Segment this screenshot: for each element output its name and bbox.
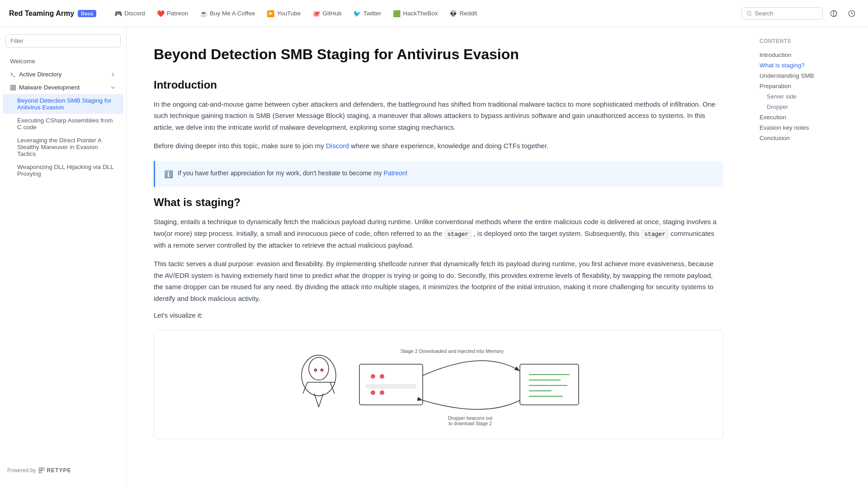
sidebar-item-executing-csharp[interactable]: Executing CSharp Assemblies from C code xyxy=(3,114,123,134)
terminal-icon xyxy=(10,71,16,78)
search-box[interactable] xyxy=(741,7,823,19)
intro-paragraph-1: In the ongoing cat-and-mouse game betwee… xyxy=(154,99,723,133)
sidebar-item-welcome[interactable]: Welcome xyxy=(3,55,123,68)
nav-youtube[interactable]: ▶️YouTube xyxy=(262,8,305,19)
toc-item-conclusion[interactable]: Conclusion xyxy=(760,133,859,143)
main-content: Beyond Detection SMB Staging for Antivir… xyxy=(127,27,750,488)
theme-icon xyxy=(830,10,837,17)
svg-point-0 xyxy=(747,11,751,15)
svg-line-15 xyxy=(303,382,307,394)
svg-rect-26 xyxy=(520,364,579,405)
retype-icon xyxy=(38,467,45,474)
svg-rect-9 xyxy=(42,468,44,470)
beacon-label2: to download Stage 2 xyxy=(448,421,492,426)
sidebar-item-leveraging-direct[interactable]: Leveraging the Direct Pointer A Stealthy… xyxy=(3,134,123,160)
sidebar-filter-input[interactable] xyxy=(5,34,121,47)
staging-paragraph-2: This tactic serves a dual purpose: evasi… xyxy=(154,258,723,304)
nav-github[interactable]: 🐙GitHub xyxy=(308,8,346,19)
toc-item-preparation[interactable]: Preparation xyxy=(760,81,859,91)
brand-name: Red Teaming Army xyxy=(9,9,74,18)
toc-item-evasion-key-notes[interactable]: Evasion key notes xyxy=(760,122,859,133)
svg-rect-5 xyxy=(14,85,15,87)
discord-link[interactable]: Discord xyxy=(326,142,349,150)
nav-discord[interactable]: 🎮Discord xyxy=(110,8,150,19)
info-box: ℹ️ If you have further appreciation for … xyxy=(154,161,723,188)
nav-buy-coffee[interactable]: ☕Buy Me A Coffee xyxy=(195,8,259,19)
section-staging-heading: What is staging? xyxy=(154,196,723,209)
chevron-right-icon xyxy=(110,71,116,78)
sidebar-section-malware-dev[interactable]: Malware Development xyxy=(3,81,123,94)
visualize-text: Let's visualize it: xyxy=(154,311,723,319)
staging-diagram: Stage 2 Downloaded and injected into Mem… xyxy=(280,339,597,430)
sidebar-footer: Powered by RETYPE xyxy=(0,460,126,481)
svg-rect-23 xyxy=(366,385,416,388)
search-input[interactable] xyxy=(755,10,818,17)
server-box xyxy=(520,364,579,405)
svg-point-21 xyxy=(371,374,375,379)
toc-item-introduction[interactable]: Introduction xyxy=(760,50,859,60)
toc-item-dropper[interactable]: Dropper xyxy=(760,102,859,112)
svg-rect-7 xyxy=(14,88,15,90)
nav-actions xyxy=(741,6,859,21)
youtube-icon: ▶️ xyxy=(267,10,274,17)
nav-twitter[interactable]: 🐦Twitter xyxy=(349,8,386,19)
patreon-icon: ❤️ xyxy=(157,10,165,17)
page-title: Beyond Detection SMB Staging for Antivir… xyxy=(154,45,723,64)
theme-toggle-button[interactable] xyxy=(826,6,841,21)
sidebar: Welcome Active Directory Malware Develop… xyxy=(0,27,127,488)
page-layout: Welcome Active Directory Malware Develop… xyxy=(0,0,868,488)
svg-rect-10 xyxy=(39,471,42,473)
svg-point-25 xyxy=(380,390,384,395)
sidebar-item-weaponizing-dll[interactable]: Weaponizing DLL Hijacking via DLL Proxyi… xyxy=(3,160,123,180)
diagram-area: Stage 2 Downloaded and injected into Mem… xyxy=(154,330,723,439)
nav-hackthebox[interactable]: 🟩HackTheBox xyxy=(388,8,442,19)
info-icon: ℹ️ xyxy=(164,169,173,180)
sidebar-filter-container xyxy=(5,34,121,47)
intro-paragraph-2: Before diving deeper into this topic, ma… xyxy=(154,140,723,152)
nav-links: 🎮Discord ❤️Patreon ☕Buy Me A Coffee ▶️Yo… xyxy=(110,8,741,19)
hackthebox-icon: 🟩 xyxy=(393,10,401,17)
stager-code-2: stager xyxy=(641,230,669,239)
section-introduction-heading: Introduction xyxy=(154,79,723,91)
sidebar-item-beyond-detection[interactable]: Beyond Detection SMB Staging for Antivir… xyxy=(3,94,123,114)
svg-line-16 xyxy=(330,382,335,394)
svg-point-14 xyxy=(321,369,323,371)
reddit-icon: 👽 xyxy=(449,10,457,17)
stager-code-1: stager xyxy=(444,230,472,239)
toc-item-what-is-staging[interactable]: What is staging? xyxy=(760,60,859,70)
svg-point-22 xyxy=(380,374,384,379)
svg-point-12 xyxy=(309,357,329,380)
stage2-arrow-label: Stage 2 Downloaded and injected into Mem… xyxy=(401,348,504,354)
svg-point-24 xyxy=(371,390,375,395)
beacon-arrow xyxy=(423,400,520,409)
retype-logo: RETYPE xyxy=(38,467,71,474)
brand-badge: Docs xyxy=(78,10,96,17)
nav-reddit[interactable]: 👽Reddit xyxy=(445,8,481,19)
history-button[interactable] xyxy=(844,6,859,21)
top-navigation: Red Teaming Army Docs 🎮Discord ❤️Patreon… xyxy=(0,0,868,27)
dropper-box xyxy=(359,364,423,405)
svg-point-13 xyxy=(314,369,317,371)
beacon-label: Dropper beacons out xyxy=(448,415,492,421)
nav-patreon[interactable]: ❤️Patreon xyxy=(152,8,193,19)
search-icon xyxy=(746,10,752,17)
history-icon xyxy=(848,10,855,17)
sidebar-section-active-directory[interactable]: Active Directory xyxy=(3,68,123,81)
discord-icon: 🎮 xyxy=(114,10,122,17)
grid-icon xyxy=(10,84,16,91)
patreon-link[interactable]: Patreon xyxy=(384,169,406,177)
twitter-icon: 🐦 xyxy=(353,10,361,17)
svg-rect-8 xyxy=(39,468,42,470)
svg-rect-6 xyxy=(11,88,13,90)
toc-item-server-side[interactable]: Server side xyxy=(760,91,859,102)
toc-item-understanding-smb[interactable]: Understanding SMB xyxy=(760,70,859,81)
svg-point-11 xyxy=(302,355,336,396)
svg-rect-4 xyxy=(11,85,13,87)
stage2-arrow-up xyxy=(423,361,520,376)
chevron-down-icon xyxy=(110,84,116,91)
toc-panel: Contents Introduction What is staging? U… xyxy=(750,27,868,488)
brand-logo[interactable]: Red Teaming Army Docs xyxy=(9,9,96,18)
hacker-figure xyxy=(302,355,336,407)
toc-item-execution[interactable]: Execution xyxy=(760,112,859,122)
toc-title: Contents xyxy=(760,38,859,44)
